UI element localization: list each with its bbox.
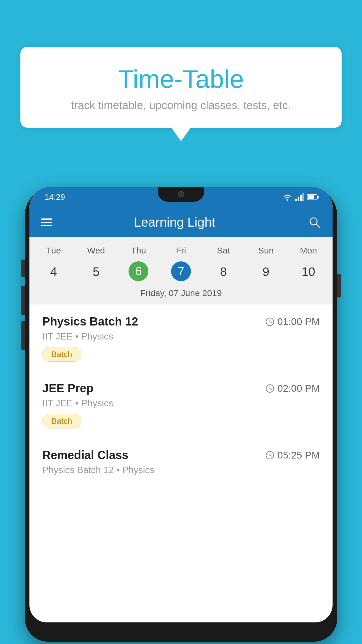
battery-icon bbox=[307, 194, 317, 200]
dates-row: 45678910 bbox=[29, 258, 333, 285]
class-item-1[interactable]: JEE Prep 02:00 PM IIT JEE • Physics Batc… bbox=[29, 371, 333, 438]
svg-rect-3 bbox=[300, 195, 302, 201]
svg-rect-1 bbox=[295, 199, 297, 201]
class-subtitle-2: Physics Batch 12 • Physics bbox=[42, 465, 320, 475]
batch-badge-1: Batch bbox=[42, 414, 81, 428]
date-item-8[interactable]: 8 bbox=[202, 261, 245, 282]
class-item-2[interactable]: Remedial Class 05:25 PM Physics Batch 12… bbox=[29, 438, 333, 490]
calendar-strip: TueWedThuFriSatSunMon 45678910 Friday, 0… bbox=[29, 237, 333, 304]
clock-icon-2 bbox=[266, 451, 274, 460]
class-subtitle-1: IIT JEE • Physics bbox=[42, 398, 320, 409]
svg-line-15 bbox=[270, 455, 272, 456]
day-label-mon: Mon bbox=[287, 243, 330, 258]
signal-icon bbox=[295, 193, 304, 201]
batch-badge-0: Batch bbox=[42, 347, 81, 362]
svg-rect-4 bbox=[302, 193, 304, 201]
date-item-10[interactable]: 10 bbox=[287, 261, 330, 282]
class-list: Physics Batch 12 01:00 PM IIT JEE • Phys… bbox=[29, 304, 333, 490]
status-time: 14:29 bbox=[45, 192, 65, 202]
class-item-0[interactable]: Physics Batch 12 01:00 PM IIT JEE • Phys… bbox=[29, 304, 333, 371]
clock-icon-0 bbox=[266, 317, 274, 326]
volume-down-button bbox=[21, 321, 25, 350]
svg-point-0 bbox=[287, 199, 288, 201]
clock-icon-1 bbox=[266, 384, 274, 393]
phone-frame: 14:29 bbox=[25, 181, 337, 644]
date-item-9[interactable]: 9 bbox=[245, 261, 287, 282]
app-title: Learning Light bbox=[52, 215, 297, 230]
app-header: Learning Light bbox=[29, 208, 333, 237]
svg-rect-2 bbox=[298, 197, 299, 201]
volume-silent-button bbox=[21, 260, 25, 277]
svg-line-9 bbox=[270, 322, 272, 323]
class-name-1: JEE Prep bbox=[42, 382, 94, 395]
speech-bubble: Time-Table track timetable, upcoming cla… bbox=[20, 47, 342, 128]
volume-up-button bbox=[21, 286, 25, 315]
svg-line-6 bbox=[316, 224, 320, 228]
power-button bbox=[337, 274, 341, 298]
day-label-wed: Wed bbox=[75, 243, 117, 258]
speech-bubble-container: Time-Table track timetable, upcoming cla… bbox=[20, 47, 342, 128]
bubble-subtitle: track timetable, upcoming classes, tests… bbox=[38, 99, 324, 112]
camera bbox=[178, 191, 184, 197]
selected-date-label: Friday, 07 June 2019 bbox=[29, 285, 333, 304]
svg-line-12 bbox=[270, 388, 272, 389]
class-time-1: 02:00 PM bbox=[266, 383, 320, 394]
day-label-thu: Thu bbox=[117, 243, 160, 258]
date-item-7[interactable]: 7 bbox=[171, 261, 191, 281]
phone-screen: 14:29 bbox=[29, 187, 333, 622]
status-icons bbox=[282, 193, 317, 201]
status-bar: 14:29 bbox=[29, 187, 333, 208]
hamburger-menu[interactable] bbox=[41, 218, 52, 226]
phone-notch bbox=[158, 187, 204, 202]
day-label-fri: Fri bbox=[160, 243, 202, 258]
class-subtitle-0: IIT JEE • Physics bbox=[42, 331, 320, 342]
wifi-icon bbox=[282, 193, 292, 201]
class-time-0: 01:00 PM bbox=[266, 316, 320, 327]
days-header: TueWedThuFriSatSunMon bbox=[29, 243, 333, 258]
class-time-2: 05:25 PM bbox=[266, 449, 320, 461]
date-item-4[interactable]: 4 bbox=[32, 261, 75, 282]
phone-outer: 14:29 bbox=[25, 187, 337, 642]
date-item-5[interactable]: 5 bbox=[75, 261, 117, 282]
search-icon[interactable] bbox=[308, 216, 321, 229]
date-item-6[interactable]: 6 bbox=[129, 261, 148, 281]
class-name-2: Remedial Class bbox=[42, 449, 129, 462]
class-name-0: Physics Batch 12 bbox=[42, 315, 138, 328]
day-label-sat: Sat bbox=[202, 243, 245, 258]
bubble-title: Time-Table bbox=[38, 64, 324, 94]
day-label-sun: Sun bbox=[245, 243, 287, 258]
day-label-tue: Tue bbox=[32, 243, 75, 258]
